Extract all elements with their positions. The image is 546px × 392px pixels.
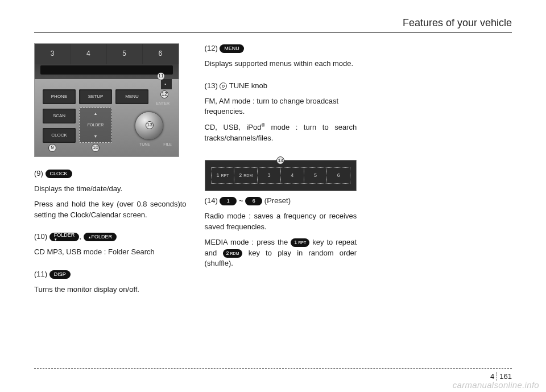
file-label: FILE (163, 142, 172, 147)
callout-11: 11 (157, 72, 165, 80)
preset-cell: 6 (327, 168, 350, 183)
disp-keycap: DISP (49, 270, 71, 279)
menu-button-photo: MENU (115, 89, 148, 104)
item-14-head: (14) 1 ~ 6 (Preset) (205, 196, 357, 207)
folder-rocker-photo: ▲FOLDER▼ (79, 108, 112, 143)
tune-knob-label: TUNE knob (229, 81, 267, 90)
footer-rule (34, 368, 512, 369)
item-11-head: (11) DISP (34, 269, 187, 280)
item-12-head: (12) MENU (205, 43, 357, 54)
callout-14: 14 (276, 156, 284, 164)
chapter-number: 4 (490, 372, 497, 381)
tune-label: TUNE (139, 142, 150, 147)
t: RPT (221, 173, 229, 179)
item-number: (13) (205, 81, 218, 90)
callout-13: 13 (146, 121, 154, 129)
preset6-keycap: 6 (245, 197, 262, 205)
column-right: (12) MENU Displays supported menus withi… (205, 43, 357, 300)
n: 2 (239, 172, 242, 179)
item-9-head: (9) CLOCK (34, 168, 187, 179)
page-num: 161 (499, 372, 512, 381)
scan-button-photo: SCAN (43, 109, 76, 123)
item-number: (9) (34, 169, 43, 178)
label: FOLDER (54, 233, 75, 241)
item-number: (11) (34, 270, 47, 278)
clock-button-photo: CLOCK (43, 128, 76, 143)
clock-keycap: CLOCK (46, 170, 72, 178)
item-number: (14) (205, 196, 218, 205)
callout-12: 12 (160, 90, 168, 98)
item-11-text: Turns the monitor display on/off. (34, 284, 187, 295)
n: 1 (216, 172, 219, 179)
n: 2 (226, 251, 229, 256)
item-14-text: MEDIA mode : press the 1RPT key to repea… (205, 237, 357, 270)
folder-down-keycap: FOLDER (49, 233, 80, 241)
n: 5 (314, 172, 317, 179)
phone-button-photo: PHONE (43, 89, 76, 104)
item-9-text: Press and hold the key (over 0.8 seconds… (34, 199, 187, 221)
folder-up-keycap: FOLDER (84, 233, 117, 241)
label: FOLDER (91, 234, 112, 240)
column-spacer (375, 43, 512, 300)
item-13-head: (13) TUNE knob (205, 81, 357, 92)
preset-cell: 5 (304, 168, 328, 183)
photo-preset: 3 (35, 44, 71, 64)
tilde: ~ (239, 196, 243, 205)
preset1-keycap: 1 (220, 197, 237, 205)
item-number: (12) (205, 44, 218, 52)
t: RDM (230, 251, 239, 255)
preset-cell: 2RDM (234, 168, 258, 183)
n: 4 (291, 172, 293, 179)
item-number: (10) (34, 232, 47, 241)
n: 1 (294, 240, 297, 245)
n: 6 (337, 172, 340, 179)
knob-icon (220, 82, 227, 90)
preset-cell: 4 (281, 168, 304, 183)
page-number: 4161 (34, 372, 512, 381)
manual-page: Features of your vehicle 3 4 5 6 • PHONE… (0, 0, 546, 392)
photo-preset: 5 (107, 44, 143, 64)
rdm-keycap: 2RDM (223, 249, 243, 258)
preset-label: (Preset) (264, 196, 291, 205)
item-12-text: Displays supported menus within each mod… (205, 59, 357, 69)
callout-10: 10 (92, 144, 100, 152)
photo-preset: 6 (143, 44, 179, 64)
item-9-text: Displays the time/date/day. (34, 184, 187, 195)
audio-panel-photo: 3 4 5 6 • PHONE SETUP MENU SCAN CLOCK (34, 43, 179, 157)
rpt-keycap: 1RPT (291, 238, 309, 247)
text: CD, USB, iPod (205, 123, 262, 132)
item-10-head: (10) FOLDER, FOLDER (34, 232, 187, 242)
t: RDM (243, 173, 253, 179)
content-columns: 3 4 5 6 • PHONE SETUP MENU SCAN CLOCK (34, 43, 512, 300)
n: 3 (268, 172, 271, 179)
page-footer: 4161 (34, 368, 512, 381)
photo-preset: 4 (71, 44, 106, 64)
t: RPT (298, 241, 306, 245)
callout-9: 9 (48, 144, 56, 152)
watermark: carmanualsonline.info (453, 380, 539, 390)
disp-button-photo: • (161, 79, 172, 89)
enter-label: ENTER (156, 101, 169, 106)
text: MEDIA mode : press the (205, 238, 291, 246)
preset-cell: 1RPT (212, 168, 235, 183)
section-title: Features of your vehicle (34, 17, 512, 32)
item-14-text: Radio mode : saves a frequency or receiv… (205, 211, 357, 233)
item-13-text: CD, USB, iPod® mode : turn to search tra… (205, 122, 357, 144)
item-13-text: FM, AM mode : turn to change broadcast f… (205, 96, 357, 118)
preset-strip-photo: 14 1RPT 2RDM 3 4 5 6 (205, 160, 357, 191)
column-left: 3 4 5 6 • PHONE SETUP MENU SCAN CLOCK (34, 43, 187, 300)
label: FOLDER (88, 122, 104, 128)
setup-button-photo: SETUP (79, 89, 112, 104)
menu-keycap: MENU (220, 44, 244, 53)
item-10-text: CD MP3, USB mode : Folder Search (34, 247, 187, 258)
cd-slot (40, 65, 173, 75)
preset-cell: 3 (258, 168, 281, 183)
header-rule (34, 32, 512, 33)
